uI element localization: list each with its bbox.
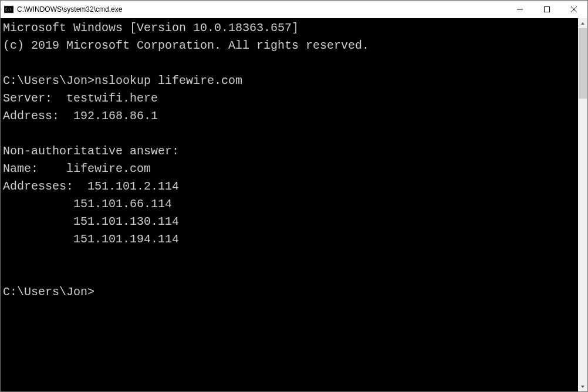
blank-line xyxy=(3,125,578,143)
titlebar[interactable]: C:\ C:\WINDOWS\system32\cmd.exe xyxy=(1,1,587,18)
svg-marker-6 xyxy=(581,22,584,25)
blank-line xyxy=(3,248,578,266)
scrollbar-thumb[interactable] xyxy=(579,28,587,99)
svg-text:C:\: C:\ xyxy=(5,7,12,11)
cmd-window: C:\ C:\WINDOWS\system32\cmd.exe Microsof… xyxy=(0,0,588,392)
prompt-1: C:\Users\Jon> xyxy=(3,74,94,87)
cmd-icon: C:\ xyxy=(4,5,13,14)
svg-rect-3 xyxy=(545,7,550,12)
banner-version: Microsoft Windows [Version 10.0.18363.65… xyxy=(3,19,578,37)
name-line: Name: lifewire.com xyxy=(3,160,578,178)
window-title: C:\WINDOWS\system32\cmd.exe xyxy=(17,5,122,13)
content-area: Microsoft Windows [Version 10.0.18363.65… xyxy=(1,18,587,391)
address-line: Address: 192.168.86.1 xyxy=(3,107,578,125)
banner-copyright: (c) 2019 Microsoft Corporation. All righ… xyxy=(3,37,578,55)
svg-marker-7 xyxy=(581,386,584,388)
titlebar-left: C:\ C:\WINDOWS\system32\cmd.exe xyxy=(4,5,122,14)
addresses-line-3: 151.101.130.114 xyxy=(3,213,578,231)
blank-line xyxy=(3,266,578,283)
terminal-output[interactable]: Microsoft Windows [Version 10.0.18363.65… xyxy=(1,18,578,391)
scrollbar-up-arrow-icon[interactable] xyxy=(578,18,587,28)
maximize-button[interactable] xyxy=(533,1,560,18)
server-line: Server: testwifi.here xyxy=(3,90,578,107)
minimize-button[interactable] xyxy=(506,1,533,18)
addresses-line-1: Addresses: 151.101.2.114 xyxy=(3,178,578,195)
nonauth-line: Non-authoritative answer: xyxy=(3,143,578,160)
addresses-line-4: 151.101.194.114 xyxy=(3,231,578,248)
prompt-2: C:\Users\Jon> xyxy=(3,283,578,301)
blank-line xyxy=(3,55,578,72)
scrollbar-down-arrow-icon[interactable] xyxy=(578,381,587,391)
addresses-line-2: 151.101.66.114 xyxy=(3,195,578,213)
window-controls xyxy=(506,1,587,18)
typed-command: nslookup lifewire.com xyxy=(94,74,242,87)
close-button[interactable] xyxy=(560,1,587,18)
vertical-scrollbar[interactable] xyxy=(578,18,587,391)
command-line: C:\Users\Jon>nslookup lifewire.com xyxy=(3,72,578,90)
